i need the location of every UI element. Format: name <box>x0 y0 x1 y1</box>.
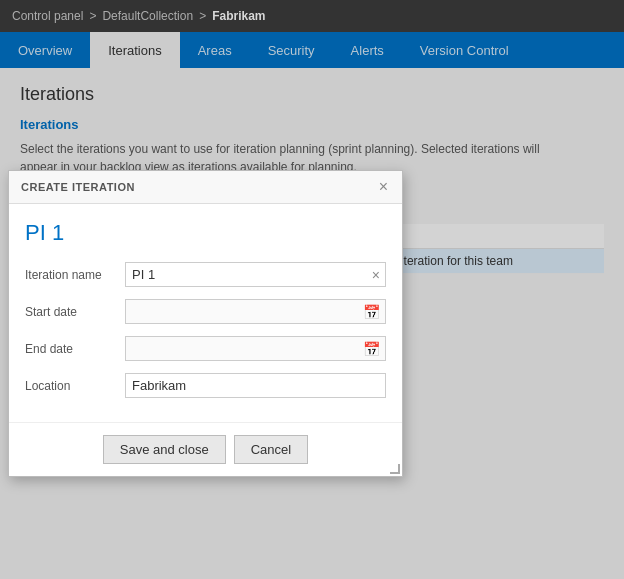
end-date-wrap: 📅 <box>125 336 386 361</box>
start-date-row: Start date 📅 <box>25 299 386 324</box>
iteration-name-input[interactable] <box>125 262 386 287</box>
dialog-title: CREATE ITERATION <box>21 181 135 193</box>
location-wrap <box>125 373 386 398</box>
start-date-input[interactable] <box>125 299 386 324</box>
dialog-footer: Save and close Cancel <box>9 422 402 476</box>
location-row: Location <box>25 373 386 398</box>
location-input[interactable] <box>125 373 386 398</box>
start-date-wrap: 📅 <box>125 299 386 324</box>
start-date-label: Start date <box>25 305 125 319</box>
end-date-input[interactable] <box>125 336 386 361</box>
cancel-button[interactable]: Cancel <box>234 435 308 464</box>
dialog-iteration-display-name: PI 1 <box>25 220 386 246</box>
location-label: Location <box>25 379 125 393</box>
dialog-header: CREATE ITERATION × <box>9 171 402 204</box>
dialog-body: PI 1 Iteration name × Start date 📅 End d… <box>9 204 402 422</box>
resize-handle[interactable] <box>390 464 402 476</box>
iteration-name-wrap: × <box>125 262 386 287</box>
iteration-name-clear-button[interactable]: × <box>372 268 380 282</box>
create-iteration-dialog: CREATE ITERATION × PI 1 Iteration name ×… <box>8 170 403 477</box>
end-date-row: End date 📅 <box>25 336 386 361</box>
iteration-name-label: Iteration name <box>25 268 125 282</box>
iteration-name-row: Iteration name × <box>25 262 386 287</box>
save-and-close-button[interactable]: Save and close <box>103 435 226 464</box>
end-date-label: End date <box>25 342 125 356</box>
dialog-close-button[interactable]: × <box>377 179 390 195</box>
